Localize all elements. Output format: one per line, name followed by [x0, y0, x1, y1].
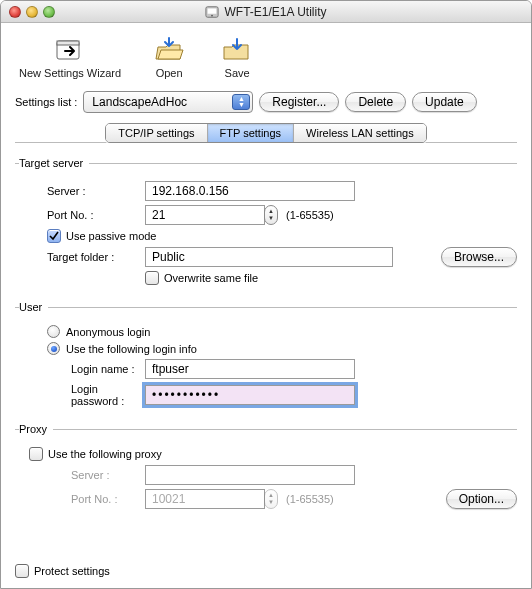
login-name-label: Login name : — [15, 363, 145, 375]
toolbar-label: Open — [156, 67, 183, 79]
updown-arrows-icon: ▲▼ — [232, 94, 250, 110]
close-window-button[interactable] — [9, 6, 21, 18]
anonymous-login-radio[interactable] — [47, 325, 60, 338]
port-hint: (1-65535) — [286, 209, 334, 221]
proxy-port-label: Port No. : — [15, 493, 145, 505]
tab-ftp[interactable]: FTP settings — [208, 124, 295, 142]
new-settings-wizard-button[interactable]: New Settings Wizard — [19, 33, 121, 79]
port-input[interactable] — [145, 205, 265, 225]
option-button[interactable]: Option... — [446, 489, 517, 509]
server-label: Server : — [15, 185, 145, 197]
login-password-input[interactable]: ••••••••••• — [145, 385, 355, 405]
password-mask: ••••••••••• — [152, 388, 220, 402]
svg-rect-4 — [57, 41, 79, 45]
settings-list-popup[interactable]: LandscapeAdHoc ▲▼ — [83, 91, 253, 113]
settings-list-label: Settings list : — [15, 96, 77, 108]
login-password-label: Login password : — [15, 383, 145, 407]
proxy-port-input — [145, 489, 265, 509]
window-title: WFT-E1/E1A Utility — [224, 5, 326, 19]
server-input[interactable] — [145, 181, 355, 201]
minimize-window-button[interactable] — [26, 6, 38, 18]
browse-button[interactable]: Browse... — [441, 247, 517, 267]
proxy-port-stepper: ▲▼ — [264, 489, 278, 509]
group-legend: Target server — [19, 157, 89, 169]
settings-list-value: LandscapeAdHoc — [92, 95, 187, 109]
proxy-group: Proxy Use the following proxy Server : P… — [15, 423, 517, 519]
target-folder-label: Target folder : — [15, 251, 145, 263]
toolbar-label: New Settings Wizard — [19, 67, 121, 79]
use-login-info-radio[interactable] — [47, 342, 60, 355]
passive-mode-checkbox[interactable] — [47, 229, 61, 243]
update-button[interactable]: Update — [412, 92, 477, 112]
folder-save-icon — [217, 33, 257, 65]
register-button[interactable]: Register... — [259, 92, 339, 112]
folder-open-icon — [149, 33, 189, 65]
svg-rect-1 — [208, 8, 217, 13]
group-legend: User — [19, 301, 48, 313]
tab-wlan[interactable]: Wireless LAN settings — [294, 124, 426, 142]
svg-rect-0 — [206, 6, 218, 17]
passive-mode-label: Use passive mode — [66, 230, 157, 242]
login-name-input[interactable] — [145, 359, 355, 379]
port-label: Port No. : — [15, 209, 145, 221]
app-icon — [205, 5, 219, 19]
protect-settings-checkbox[interactable] — [15, 564, 29, 578]
proxy-port-hint: (1-65535) — [286, 493, 334, 505]
user-group: User Anonymous login Use the following l… — [15, 301, 517, 417]
proxy-server-input — [145, 465, 355, 485]
use-proxy-label: Use the following proxy — [48, 448, 162, 460]
titlebar: WFT-E1/E1A Utility — [1, 1, 531, 23]
target-server-group: Target server Server : Port No. : ▲▼ (1-… — [15, 157, 517, 295]
overwrite-label: Overwrite same file — [164, 272, 258, 284]
use-proxy-checkbox[interactable] — [29, 447, 43, 461]
port-stepper[interactable]: ▲▼ — [264, 205, 278, 225]
anonymous-login-label: Anonymous login — [66, 326, 150, 338]
delete-button[interactable]: Delete — [345, 92, 406, 112]
svg-point-2 — [212, 14, 214, 16]
overwrite-checkbox[interactable] — [145, 271, 159, 285]
open-button[interactable]: Open — [149, 33, 189, 79]
use-login-info-label: Use the following login info — [66, 343, 197, 355]
save-button[interactable]: Save — [217, 33, 257, 79]
wizard-icon — [50, 33, 90, 65]
tab-tcpip[interactable]: TCP/IP settings — [106, 124, 207, 142]
protect-settings-label: Protect settings — [34, 565, 110, 577]
toolbar-label: Save — [225, 67, 250, 79]
target-folder-input[interactable] — [145, 247, 393, 267]
zoom-window-button[interactable] — [43, 6, 55, 18]
proxy-server-label: Server : — [15, 469, 145, 481]
settings-tabs: TCP/IP settings FTP settings Wireless LA… — [105, 123, 426, 143]
group-legend: Proxy — [19, 423, 53, 435]
